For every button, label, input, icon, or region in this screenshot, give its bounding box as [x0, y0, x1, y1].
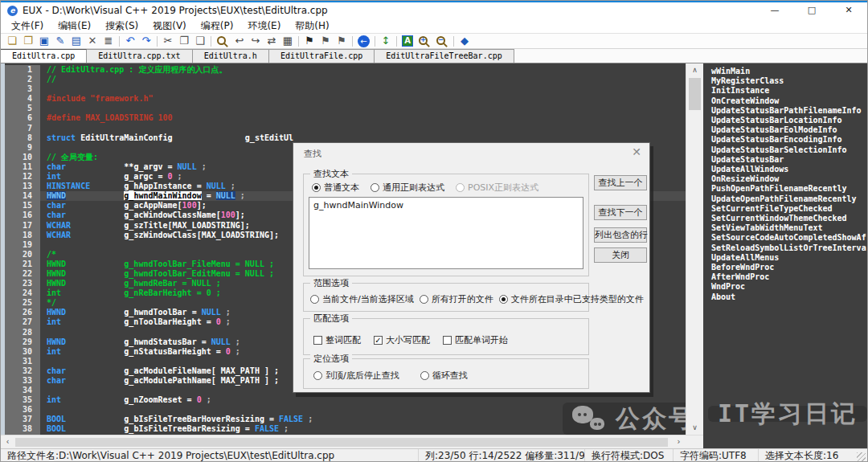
- open-file-icon[interactable]: ❐: [20, 34, 36, 48]
- check-whole-word[interactable]: 整词匹配: [313, 334, 361, 346]
- redo-icon[interactable]: ↷: [138, 34, 154, 48]
- code-line[interactable]: 8struct EditUltraMainConfig g_stEditUl: [5, 133, 686, 143]
- scroll-right-arrow[interactable]: ›: [672, 435, 686, 449]
- symbol-item[interactable]: PushOpenPathFilenameRecently: [711, 184, 867, 194]
- symbol-item[interactable]: UpdateStatusBarSelectionInfo: [711, 145, 867, 155]
- find-query-input[interactable]: g_hwndMainWindow: [309, 197, 583, 269]
- next-bookmark-icon[interactable]: ⚑: [334, 34, 350, 48]
- file-list-icon[interactable]: ≣: [100, 34, 117, 48]
- symbol-item[interactable]: WndProc: [711, 282, 867, 292]
- new-file-icon[interactable]: ❏: [4, 34, 20, 48]
- horizontal-scroll-thumb[interactable]: [15, 438, 668, 447]
- symbol-item[interactable]: SetCurrentWindowThemeChecked: [711, 214, 867, 223]
- cut-icon[interactable]: ✂: [160, 34, 176, 48]
- replace-in-files-icon[interactable]: ▦: [280, 34, 296, 48]
- scroll-down-arrow[interactable]: ∨: [686, 421, 703, 435]
- menu-item-4[interactable]: 视图(V): [145, 19, 194, 33]
- find-prev-icon[interactable]: ↩: [231, 34, 248, 48]
- find-next-button[interactable]: 查找下一个: [594, 205, 647, 220]
- minimize-button[interactable]: —: [756, 2, 793, 18]
- code-line[interactable]: 7: [5, 124, 686, 133]
- tab-editultrafile-cpp[interactable]: EditUltraFile.cpp: [269, 49, 375, 63]
- menu-item-7[interactable]: 帮助(H): [288, 19, 336, 33]
- symbol-item[interactable]: SetCurrentFileTypeChecked: [711, 204, 867, 214]
- menu-item-2[interactable]: 编辑(E): [51, 19, 98, 33]
- paste-icon[interactable]: ❑: [192, 34, 208, 48]
- symbol-item[interactable]: OnResizeWindow: [711, 174, 867, 184]
- find-icon[interactable]: [217, 36, 226, 45]
- undo-icon[interactable]: ↶: [122, 34, 138, 48]
- code-line[interactable]: 6#define MAX_LOADSTRING 100: [5, 113, 686, 123]
- menu-item-1[interactable]: 文件(F): [4, 19, 51, 33]
- code-line[interactable]: 3: [5, 84, 686, 94]
- check-match-word-start[interactable]: 匹配单词开始: [443, 334, 508, 346]
- symbol-item[interactable]: SetViewTabWidthMenuText: [711, 223, 867, 233]
- line-operations-icon[interactable]: ↕: [378, 34, 394, 48]
- menu-item-5[interactable]: 编程(P): [194, 19, 241, 33]
- check-match-case[interactable]: ✓大小写匹配: [374, 334, 430, 346]
- symbol-item[interactable]: UpdateAllWindows: [711, 165, 867, 174]
- line-number: 2: [5, 75, 40, 84]
- symbol-item[interactable]: InitInstance: [711, 86, 867, 96]
- list-matching-lines-button[interactable]: 列出包含的行: [594, 227, 647, 243]
- symbol-item[interactable]: UpdateStatusBarLocationInfo: [711, 116, 867, 125]
- code-line[interactable]: 2//: [5, 75, 686, 84]
- symbol-item[interactable]: wWinMain: [711, 67, 867, 76]
- tab-editultra-cpp-txt[interactable]: EditUltra.cpp.txt: [87, 49, 192, 63]
- symbol-item[interactable]: UpdateStatusBarEncodingInfo: [711, 135, 867, 145]
- tab-editultra-h[interactable]: EditUltra.h: [193, 49, 269, 63]
- symbol-item[interactable]: MyRegisterClass: [711, 76, 867, 86]
- radio-current-file[interactable]: 当前文件/当前选择区域: [310, 293, 414, 305]
- radio-all-open-files[interactable]: 所有打开的文件: [420, 293, 493, 305]
- close-button[interactable]: 关闭: [594, 247, 647, 263]
- save-as-icon[interactable]: ✎: [52, 34, 68, 48]
- vertical-scroll-thumb[interactable]: [689, 78, 701, 110]
- symbol-item[interactable]: UpdateStatusBar: [711, 155, 867, 165]
- symbol-item[interactable]: OnCreateWindow: [711, 96, 867, 106]
- symbol-item[interactable]: UpdateAllMenus: [711, 253, 867, 263]
- symbol-item[interactable]: UpdateOpenPathFilenameRecently: [711, 194, 867, 204]
- symbol-item[interactable]: SetSourceCodeAutoCompletedShowAf: [711, 233, 867, 243]
- prev-bookmark-icon[interactable]: ⚑: [317, 34, 334, 48]
- radio-directory-supported-files[interactable]: 文件所在目录中已支持类型的文件: [499, 293, 644, 305]
- symbol-item[interactable]: UpdateStatusBarPathFilenameInfo: [711, 106, 867, 116]
- radio-posix-regex[interactable]: POSIX正则表达式: [456, 182, 538, 194]
- save-icon[interactable]: ▣: [36, 34, 52, 48]
- symbol-item[interactable]: AfterWndProc: [711, 272, 867, 282]
- find-next-icon[interactable]: ↪: [248, 34, 264, 48]
- editor-horizontal-scrollbar[interactable]: ‹ ›: [1, 435, 703, 448]
- back-icon[interactable]: ←: [358, 35, 370, 47]
- close-button[interactable]: ✕: [830, 2, 867, 18]
- close-file-icon[interactable]: ✕: [84, 34, 100, 48]
- scroll-left-arrow[interactable]: ‹: [1, 435, 14, 449]
- scroll-up-arrow[interactable]: ∧: [686, 63, 703, 77]
- code-line[interactable]: 5: [5, 104, 686, 113]
- save-all-icon[interactable]: ▤: [68, 34, 84, 48]
- zoom-in-icon[interactable]: +: [419, 36, 428, 45]
- symbol-item[interactable]: About: [711, 292, 867, 302]
- radio-generic-regex[interactable]: 通用正则表达式: [371, 182, 444, 194]
- tab-editultrafiletreebar-cpp[interactable]: EditUltraFileTreeBar.cpp: [375, 49, 514, 63]
- syntax-color-icon[interactable]: A: [402, 35, 413, 47]
- bookmark-icon[interactable]: ⚑: [301, 34, 317, 48]
- code-line[interactable]: 1// EditUltra.cpp : 定义应用程序的入口点。: [5, 65, 686, 75]
- menu-item-6[interactable]: 环境(E): [240, 19, 288, 33]
- copy-icon[interactable]: ❐: [176, 34, 192, 48]
- find-previous-button[interactable]: 查找上一个: [594, 175, 647, 190]
- tab-editultra-cpp[interactable]: EditUltra.cpp: [1, 49, 87, 63]
- code-line[interactable]: 4#include "framework.h": [5, 94, 686, 104]
- maximize-button[interactable]: □: [793, 2, 830, 18]
- zoom-out-icon[interactable]: −: [436, 36, 445, 45]
- dialog-close-icon[interactable]: ✕: [632, 145, 641, 158]
- radio-stop-at-top-bottom[interactable]: 到顶/底后停止查找: [313, 370, 399, 382]
- editor-vertical-scrollbar[interactable]: ∧ ∨: [686, 63, 703, 435]
- symbol-item[interactable]: BeforeWndProc: [711, 263, 867, 272]
- about-icon[interactable]: ◆: [457, 34, 473, 48]
- radio-plain-text[interactable]: 普通文本: [312, 182, 359, 194]
- radio-wrap-around[interactable]: 循环查找: [420, 370, 468, 382]
- symbol-item[interactable]: SetReloadSymbolListOrTreeInterva: [711, 243, 867, 253]
- resize-grip[interactable]: [857, 452, 866, 461]
- menu-item-3[interactable]: 搜索(S): [98, 19, 145, 33]
- symbol-item[interactable]: UpdateStatusBarEolModeInfo: [711, 125, 867, 135]
- replace-icon[interactable]: ⇄: [264, 34, 280, 48]
